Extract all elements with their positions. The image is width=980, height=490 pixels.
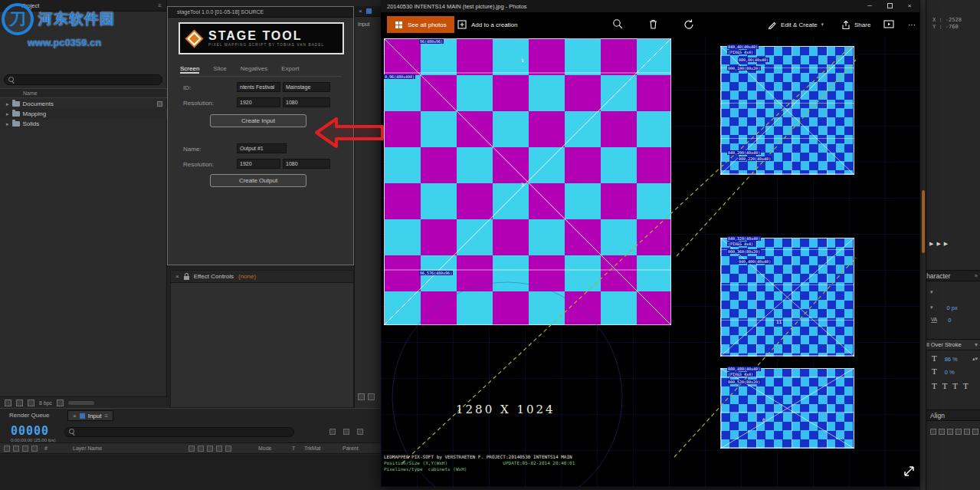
project-search-input[interactable] (4, 74, 162, 85)
minimize-button[interactable]: ─ (860, 0, 880, 12)
output-name-field[interactable]: Output #1 (237, 143, 287, 153)
slideshow-icon[interactable] (883, 18, 896, 31)
share-button[interactable]: Share (841, 16, 870, 33)
timecode-display[interactable]: 00000 (11, 424, 49, 438)
graph-editor-icon[interactable] (357, 429, 363, 435)
id-field-1[interactable]: ntents Festival (237, 82, 280, 92)
resolution-width-field[interactable]: 1920 (237, 97, 280, 107)
character-panel-header[interactable]: Character » (926, 270, 980, 281)
render-queue-tab[interactable]: Render Queue (9, 412, 49, 419)
new-folder-icon[interactable] (16, 400, 23, 406)
photos-title-bar[interactable]: 20140530 INTENTS14 MAIN (test picture).j… (381, 0, 919, 12)
photo-image-area[interactable]: 96(480x96)0,96(480x408)96,576(480x96) 04… (381, 37, 919, 487)
id-field-2[interactable]: Mainstage (283, 82, 330, 92)
video-icon[interactable] (4, 446, 10, 452)
align-panel-header[interactable]: Align (926, 409, 980, 421)
play-icon[interactable]: ▶ (929, 241, 936, 246)
name-column-header[interactable]: Name (23, 90, 38, 96)
tracking-value[interactable]: 0 % (945, 369, 955, 376)
3d-layer-icon[interactable] (225, 446, 231, 452)
align-top-icon[interactable] (955, 429, 962, 435)
expand-arrow-icon[interactable]: ▸ (6, 111, 9, 117)
rotate-icon[interactable] (683, 18, 695, 31)
mini-icon[interactable] (368, 393, 375, 400)
align-center-v-icon[interactable] (964, 429, 970, 435)
mode-header[interactable]: Mode (258, 446, 272, 451)
vertical-scrollbar[interactable] (919, 0, 926, 490)
close-icon[interactable]: × (359, 8, 362, 15)
resolution-height-field[interactable]: 1080 (283, 97, 330, 107)
tab-slice[interactable]: Slice (213, 65, 226, 72)
motion-blur-icon[interactable] (207, 446, 213, 452)
align-left-icon[interactable] (930, 429, 936, 435)
close-button[interactable]: × (900, 0, 919, 12)
stepper-icon[interactable]: ▴▾ (972, 356, 978, 362)
tab-screen[interactable]: Screen (180, 65, 199, 72)
close-icon[interactable]: × (73, 413, 77, 419)
tab-negatives[interactable]: Negatives (241, 65, 268, 72)
align-center-h-icon[interactable] (939, 429, 945, 435)
chevron-down-icon[interactable]: ▾ (930, 289, 933, 295)
add-to-creation-button[interactable]: Add to a creation (457, 16, 517, 33)
trkmat-header[interactable]: TrkMat (304, 446, 321, 451)
expand-arrow-icon[interactable]: ▸ (6, 121, 9, 127)
maximize-button[interactable] (880, 0, 900, 12)
faux-bold-icon[interactable]: T (932, 383, 937, 390)
lock-icon[interactable] (31, 446, 38, 452)
small-caps-icon[interactable]: T (963, 383, 969, 390)
adjustment-layer-icon[interactable] (216, 446, 222, 452)
output-height-field[interactable]: 1080 (283, 159, 330, 169)
scrollbar-thumb[interactable] (922, 190, 925, 253)
align-bottom-icon[interactable] (972, 429, 978, 435)
last-frame-icon[interactable]: ▶ (944, 241, 951, 246)
panel-slider[interactable] (68, 401, 94, 405)
input-tab[interactable]: × Input ≡ (67, 410, 113, 421)
parent-header[interactable]: Parent (343, 446, 359, 451)
timeline-search-input[interactable] (64, 427, 294, 437)
panel-menu-icon[interactable]: ≡ (158, 2, 162, 9)
stagetool-panel-title[interactable]: stageTool 1.0.0 [01-05-18] SOURCE (168, 7, 353, 18)
baseline-value[interactable]: 0 px (947, 304, 958, 311)
layer-name-header[interactable]: Layer Name (73, 446, 102, 451)
draft-3d-icon[interactable] (343, 429, 349, 435)
delete-icon[interactable] (57, 400, 64, 406)
stroke-width-value[interactable]: 86 % (945, 356, 958, 363)
bit-depth-label[interactable]: 8 bpc (39, 400, 52, 406)
mini-input-tab[interactable]: Input (358, 21, 381, 27)
kerning-value[interactable]: 0 (948, 317, 951, 324)
faux-italic-icon[interactable]: T (942, 383, 948, 390)
create-input-button[interactable]: Create Input (210, 114, 306, 127)
audio-icon[interactable] (13, 446, 19, 452)
folder-row-documents[interactable]: ▸ Documents (0, 99, 167, 109)
folder-row-mapping[interactable]: ▸ Mapping (0, 109, 167, 119)
chevron-down-icon[interactable]: ▾ (975, 341, 978, 348)
folder-row-solids[interactable]: ▸ Solids (0, 119, 167, 129)
create-output-button[interactable]: Create Output (210, 174, 306, 187)
expand-arrow-icon[interactable]: ▸ (6, 101, 9, 107)
more-options-button[interactable]: ··· (908, 16, 916, 33)
quality-icon[interactable] (188, 446, 195, 452)
effect-controls-title[interactable]: Effect Controls (194, 273, 234, 280)
interpret-footage-icon[interactable] (5, 400, 11, 406)
t-header[interactable]: T (292, 446, 295, 451)
comp-mini-flowchart-icon[interactable] (329, 429, 336, 435)
preview-controls[interactable]: ▶▶▶ (929, 241, 951, 247)
mini-icon[interactable] (358, 393, 365, 400)
output-width-field[interactable]: 1920 (237, 159, 280, 169)
tab-menu-icon[interactable]: ≡ (104, 413, 108, 419)
new-composition-icon[interactable] (28, 400, 34, 406)
zoom-icon[interactable] (612, 18, 624, 31)
align-right-icon[interactable] (947, 429, 953, 435)
all-caps-icon[interactable]: T (952, 383, 958, 390)
solo-icon[interactable] (22, 446, 28, 452)
next-frame-icon[interactable]: ▶ (936, 241, 943, 246)
edit-create-button[interactable]: Edit & Create ▾ (768, 16, 824, 33)
delete-icon[interactable] (647, 18, 660, 31)
tab-export[interactable]: Export (281, 65, 299, 72)
panel-expand-icon[interactable]: » (975, 272, 978, 279)
chevron-down-icon[interactable]: ▾ (930, 304, 933, 311)
effects-icon[interactable] (198, 446, 204, 452)
see-all-photos-button[interactable]: See all photos (387, 16, 454, 33)
close-icon[interactable]: × (175, 273, 179, 280)
fill-over-stroke-select[interactable]: Fill Over Stroke ▾ (926, 339, 980, 350)
